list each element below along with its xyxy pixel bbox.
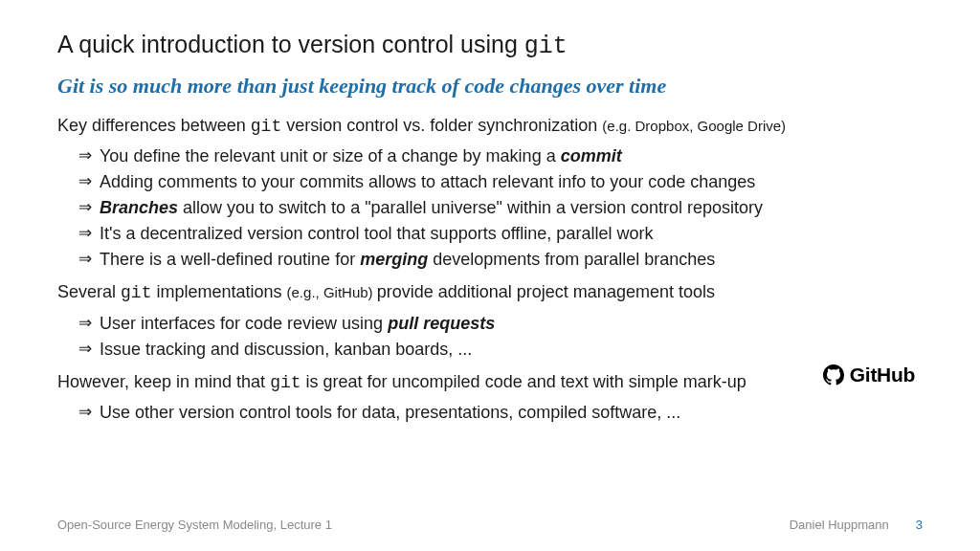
- however-paragraph: However, keep in mind that git is great …: [57, 370, 923, 394]
- title-code: git: [524, 33, 568, 60]
- list-item: ⇒ Branches allow you to switch to a "par…: [78, 195, 923, 221]
- list-item: ⇒ You define the relevant unit or size o…: [78, 143, 923, 169]
- list-item: ⇒ Adding comments to your commits allows…: [78, 169, 923, 195]
- slide-footer: Open-Source Energy System Modeling, Lect…: [0, 518, 980, 532]
- list-item: ⇒ User interfaces for code review using …: [78, 311, 923, 337]
- list-item: ⇒ Issue tracking and discussion, kanban …: [78, 337, 923, 363]
- footer-author: Daniel Huppmann: [790, 518, 889, 532]
- slide-title: A quick introduction to version control …: [57, 31, 923, 60]
- arrow-icon: ⇒: [78, 337, 100, 362]
- github-label: GitHub: [850, 364, 915, 386]
- arrow-icon: ⇒: [78, 143, 100, 168]
- slide-content: A quick introduction to version control …: [0, 0, 980, 426]
- intro-paragraph: Key differences between git version cont…: [57, 114, 923, 138]
- list-item: ⇒ There is a well-defined routine for me…: [78, 247, 923, 273]
- github-logo: GitHub: [823, 364, 915, 386]
- arrow-icon: ⇒: [78, 311, 100, 336]
- impl-paragraph: Several git implementations (e.g., GitHu…: [57, 280, 923, 304]
- arrow-icon: ⇒: [78, 221, 100, 246]
- github-icon: [823, 364, 844, 386]
- page-number: 3: [916, 518, 923, 532]
- bullet-list-2: ⇒ User interfaces for code review using …: [78, 311, 923, 363]
- bullet-list-3: ⇒ Use other version control tools for da…: [78, 400, 923, 426]
- title-text: A quick introduction to version control …: [57, 31, 524, 57]
- list-item: ⇒ It's a decentralized version control t…: [78, 221, 923, 247]
- list-item: ⇒ Use other version control tools for da…: [78, 400, 923, 426]
- arrow-icon: ⇒: [78, 400, 100, 425]
- footer-right: Daniel Huppmann 3: [790, 518, 923, 532]
- footer-left: Open-Source Energy System Modeling, Lect…: [57, 518, 332, 532]
- arrow-icon: ⇒: [78, 169, 100, 194]
- bullet-list-1: ⇒ You define the relevant unit or size o…: [78, 143, 923, 273]
- arrow-icon: ⇒: [78, 247, 100, 272]
- slide-subhead: Git is so much more than just keeping tr…: [57, 74, 923, 99]
- arrow-icon: ⇒: [78, 195, 100, 220]
